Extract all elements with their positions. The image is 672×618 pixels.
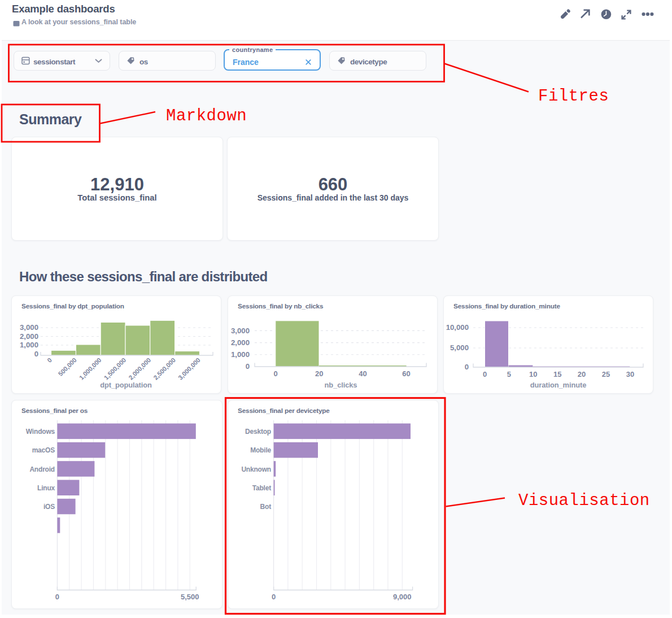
svg-text:Sessions_final by duration_min: Sessions_final by duration_minute	[453, 302, 560, 310]
svg-text:5,000: 5,000	[450, 343, 469, 352]
svg-text:0: 0	[272, 593, 276, 601]
svg-text:0: 0	[46, 356, 53, 364]
svg-text:dpt_population: dpt_population	[100, 381, 152, 389]
svg-text:macOS: macOS	[32, 446, 55, 454]
svg-text:Tablet: Tablet	[252, 484, 271, 492]
svg-text:0: 0	[246, 362, 250, 371]
svg-text:2,000: 2,000	[20, 332, 38, 341]
svg-text:3,000,000: 3,000,000	[177, 356, 202, 381]
svg-text:Unknown: Unknown	[241, 465, 271, 473]
svg-text:Linux: Linux	[37, 484, 55, 492]
svg-text:Android: Android	[29, 465, 55, 473]
svg-text:Sessions_final by dpt_populati: Sessions_final by dpt_population	[21, 302, 124, 310]
svg-text:9,000: 9,000	[393, 593, 412, 601]
svg-text:20: 20	[315, 369, 323, 378]
svg-text:20: 20	[578, 370, 586, 378]
svg-text:3,000: 3,000	[231, 327, 250, 335]
svg-text:40: 40	[359, 369, 366, 378]
svg-text:10,000: 10,000	[446, 323, 469, 332]
svg-text:15: 15	[553, 370, 561, 378]
svg-text:1,500,000: 1,500,000	[103, 356, 128, 381]
svg-text:2,500,000: 2,500,000	[152, 356, 177, 381]
svg-text:30: 30	[626, 370, 634, 378]
svg-text:1,000: 1,000	[231, 350, 250, 359]
svg-text:Sessions_final by nb_clicks: Sessions_final by nb_clicks	[238, 302, 324, 310]
svg-text:duration_minute: duration_minute	[530, 381, 586, 389]
svg-text:1,000: 1,000	[20, 341, 38, 349]
svg-text:5: 5	[507, 370, 511, 378]
svg-text:iOS: iOS	[43, 503, 55, 511]
svg-text:0: 0	[34, 350, 38, 358]
svg-text:5,500: 5,500	[181, 593, 199, 601]
svg-text:0: 0	[483, 370, 487, 378]
svg-text:Sessions_final per os: Sessions_final per os	[21, 407, 88, 415]
svg-text:10: 10	[529, 370, 537, 378]
svg-text:25: 25	[602, 370, 610, 378]
svg-text:Sessions_final per devicetype: Sessions_final per devicetype	[238, 407, 330, 415]
svg-text:0: 0	[55, 593, 59, 601]
svg-text:nb_clicks: nb_clicks	[325, 381, 357, 389]
svg-text:1,000,000: 1,000,000	[78, 356, 103, 381]
svg-text:Windows: Windows	[26, 428, 55, 436]
svg-text:Desktop: Desktop	[245, 428, 271, 436]
svg-text:Bot: Bot	[260, 503, 272, 511]
svg-text:60: 60	[402, 369, 410, 378]
svg-text:0: 0	[465, 363, 469, 371]
svg-text:Mobile: Mobile	[250, 446, 271, 454]
svg-text:2,000,000: 2,000,000	[128, 356, 152, 381]
svg-text:2,000: 2,000	[231, 338, 250, 347]
svg-text:0: 0	[273, 369, 277, 378]
svg-text:500,000: 500,000	[57, 356, 78, 377]
svg-text:3,000: 3,000	[20, 323, 38, 332]
